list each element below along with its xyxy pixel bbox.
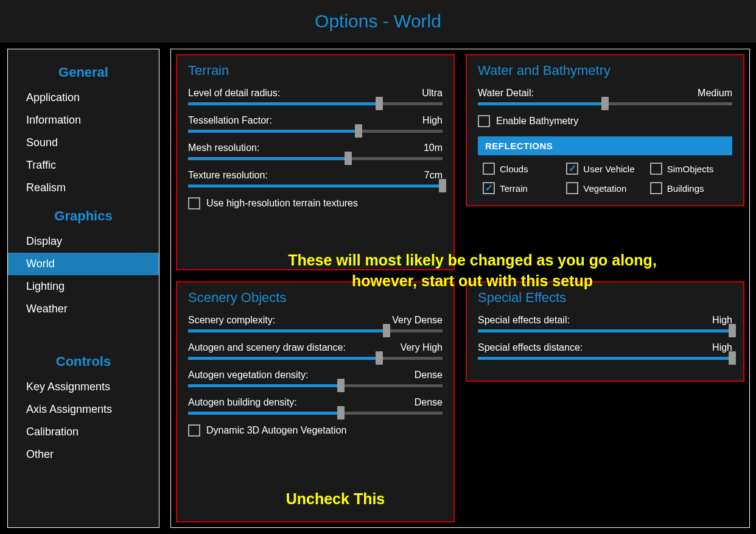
- checkbox-clouds[interactable]: [483, 163, 495, 175]
- reflection-vegetation: Vegetation: [566, 182, 643, 194]
- slider-level-of-detail: Level of detail radius: Ultra: [188, 88, 443, 105]
- panel-title-water: Water and Bathymetry: [478, 63, 732, 79]
- sidebar-item-application[interactable]: Application: [8, 86, 159, 109]
- slider-track[interactable]: [188, 102, 443, 105]
- checkbox-label: Dynamic 3D Autogen Vegetation: [206, 425, 346, 436]
- sidebar-item-weather[interactable]: Weather: [8, 298, 159, 320]
- sidebar-item-sound[interactable]: Sound: [8, 132, 159, 154]
- checkbox-row-bathymetry: Enable Bathymetry: [478, 115, 732, 127]
- sidebar-item-axis-assignments[interactable]: Axis Assignments: [8, 398, 159, 421]
- slider-label: Autogen building density:: [188, 397, 297, 408]
- slider-mesh-resolution: Mesh resolution: 10m: [188, 142, 443, 160]
- slider-value: Ultra: [422, 88, 443, 99]
- reflection-label: SimObjects: [667, 164, 714, 174]
- reflection-label: Buildings: [667, 183, 704, 194]
- slider-label: Water Detail:: [478, 88, 534, 99]
- slider-label: Level of detail radius:: [188, 88, 280, 99]
- slider-tessellation: Tessellation Factor: High: [188, 115, 443, 133]
- checkbox-label: Use high-resolution terrain textures: [206, 198, 358, 209]
- reflections-header: REFLECTIONS: [478, 136, 732, 155]
- slider-track[interactable]: [478, 357, 732, 360]
- slider-vegetation-density: Autogen vegetation density: Dense: [188, 370, 443, 387]
- sidebar-item-calibration[interactable]: Calibration: [8, 421, 159, 443]
- slider-track[interactable]: [478, 102, 732, 105]
- slider-label: Scenery complexity:: [188, 315, 275, 326]
- slider-track[interactable]: [188, 157, 443, 160]
- slider-track[interactable]: [188, 130, 443, 133]
- checkbox-row-high-res-textures: Use high-resolution terrain textures: [188, 197, 443, 209]
- panel-scenery: Scenery Objects Scenery complexity: Very…: [176, 281, 455, 523]
- sidebar-item-lighting[interactable]: Lighting: [8, 275, 159, 298]
- slider-value: Dense: [415, 370, 443, 381]
- checkbox-simobjects[interactable]: [650, 163, 662, 175]
- checkbox-enable-bathymetry[interactable]: [478, 115, 490, 127]
- reflection-simobjects: SimObjects: [650, 163, 727, 175]
- checkbox-high-res-textures[interactable]: [188, 197, 200, 209]
- slider-label: Mesh resolution:: [188, 142, 259, 153]
- slider-value: High: [422, 115, 443, 126]
- page-title: Options - World: [0, 0, 756, 43]
- slider-track[interactable]: [478, 329, 732, 332]
- checkbox-terrain[interactable]: [483, 182, 495, 194]
- reflection-label: Clouds: [500, 164, 528, 174]
- reflection-terrain: Terrain: [483, 182, 560, 194]
- slider-value: Medium: [698, 88, 732, 99]
- sidebar-item-other[interactable]: Other: [8, 443, 159, 466]
- panel-title-effects: Special Effects: [478, 290, 732, 306]
- reflection-buildings: Buildings: [650, 182, 727, 194]
- panel-water: Water and Bathymetry Water Detail: Mediu…: [466, 54, 744, 206]
- slider-track[interactable]: [188, 357, 443, 360]
- sidebar-item-realism[interactable]: Realism: [8, 177, 159, 199]
- slider-label: Special effects detail:: [478, 315, 570, 326]
- reflection-clouds: Clouds: [483, 163, 560, 175]
- main-container: General Application Information Sound Tr…: [0, 43, 756, 534]
- panel-title-scenery: Scenery Objects: [188, 290, 443, 306]
- sidebar-header-controls: Controls: [8, 345, 159, 376]
- slider-scenery-complexity: Scenery complexity: Very Dense: [188, 315, 443, 332]
- slider-track[interactable]: [188, 384, 443, 387]
- slider-building-density: Autogen building density: Dense: [188, 397, 443, 415]
- sidebar-item-information[interactable]: Information: [8, 109, 159, 132]
- panel-title-terrain: Terrain: [188, 63, 443, 79]
- slider-value: Dense: [415, 397, 443, 408]
- reflection-label: Vegetation: [583, 183, 626, 194]
- slider-label: Autogen and scenery draw distance:: [188, 342, 346, 353]
- sidebar-header-graphics: Graphics: [8, 199, 159, 230]
- checkbox-row-dynamic-autogen: Dynamic 3D Autogen Vegetation: [188, 424, 443, 437]
- slider-track[interactable]: [188, 412, 443, 415]
- reflection-user-vehicle: User Vehicle: [566, 163, 643, 175]
- checkbox-vegetation[interactable]: [566, 182, 578, 194]
- checkbox-dynamic-autogen[interactable]: [188, 424, 200, 437]
- sidebar-header-general: General: [8, 55, 159, 86]
- sidebar-item-traffic[interactable]: Traffic: [8, 154, 159, 177]
- slider-label: Autogen vegetation density:: [188, 370, 308, 381]
- reflections-grid: Clouds User Vehicle SimObjects Terrain: [478, 163, 732, 194]
- sidebar-item-display[interactable]: Display: [8, 230, 159, 253]
- slider-track[interactable]: [188, 329, 443, 332]
- slider-value: Very High: [401, 342, 443, 353]
- sidebar-item-world[interactable]: World: [8, 253, 159, 275]
- slider-value: Very Dense: [392, 315, 443, 326]
- checkbox-user-vehicle[interactable]: [566, 163, 578, 175]
- reflection-label: User Vehicle: [583, 164, 634, 174]
- checkbox-label: Enable Bathymetry: [496, 116, 578, 127]
- slider-texture-resolution: Texture resolution: 7cm: [188, 170, 443, 188]
- content-area: These will most likely be changed as you…: [170, 49, 750, 528]
- slider-draw-distance: Autogen and scenery draw distance: Very …: [188, 342, 443, 360]
- slider-effects-distance: Special effects distance: High: [478, 342, 732, 360]
- reflection-label: Terrain: [500, 183, 528, 194]
- panel-effects: Special Effects Special effects detail: …: [466, 281, 744, 382]
- slider-label: Special effects distance:: [478, 342, 583, 353]
- slider-water-detail: Water Detail: Medium: [478, 88, 732, 105]
- slider-label: Texture resolution:: [188, 170, 268, 181]
- checkbox-buildings[interactable]: [650, 182, 662, 194]
- panel-terrain: Terrain Level of detail radius: Ultra Te…: [176, 54, 455, 270]
- slider-track[interactable]: [188, 184, 443, 188]
- slider-effects-detail: Special effects detail: High: [478, 315, 732, 332]
- slider-label: Tessellation Factor:: [188, 115, 272, 126]
- sidebar: General Application Information Sound Tr…: [7, 49, 159, 528]
- slider-value: 10m: [424, 142, 443, 153]
- sidebar-item-key-assignments[interactable]: Key Assignments: [8, 376, 159, 398]
